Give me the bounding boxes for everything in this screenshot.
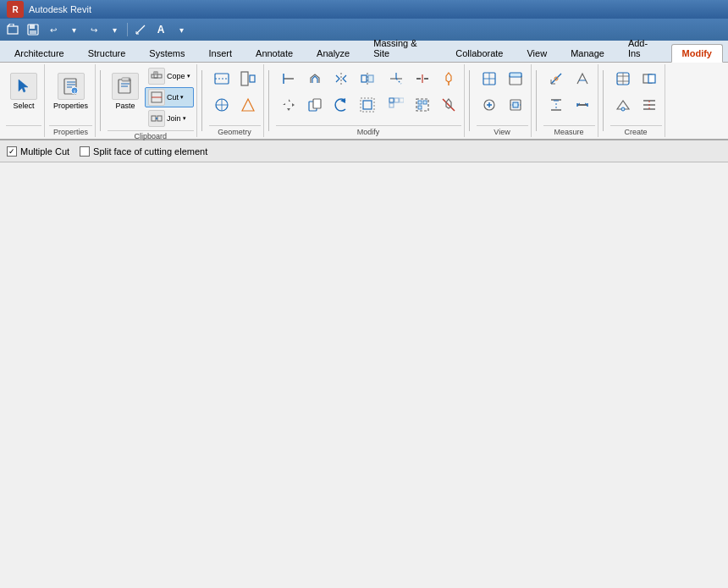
view-row1 bbox=[477, 66, 528, 91]
window-icon2 bbox=[505, 69, 526, 89]
cut-button[interactable]: Cut ▾ bbox=[145, 87, 194, 107]
geo-row2 bbox=[209, 92, 261, 118]
multiple-cut-checkbox[interactable] bbox=[7, 146, 17, 157]
group-button[interactable] bbox=[410, 92, 435, 118]
qat-open-btn[interactable] bbox=[3, 20, 22, 39]
modify-row2 bbox=[276, 92, 380, 118]
create-btn3[interactable] bbox=[610, 92, 636, 118]
create-btn1[interactable] bbox=[610, 66, 636, 91]
move-button[interactable] bbox=[276, 92, 301, 118]
tab-manage[interactable]: Manage bbox=[560, 44, 615, 62]
window-btn2[interactable] bbox=[503, 66, 528, 91]
pin-button[interactable] bbox=[436, 66, 461, 91]
align-button[interactable] bbox=[276, 66, 301, 91]
scale-icon bbox=[357, 95, 378, 115]
join-button[interactable]: Join ▾ bbox=[145, 108, 190, 129]
window-btn1[interactable] bbox=[477, 66, 502, 91]
array-icon bbox=[386, 95, 406, 115]
trim-icon bbox=[386, 69, 406, 89]
cope-dropdown-arrow: ▾ bbox=[187, 73, 190, 80]
array-button[interactable] bbox=[383, 92, 409, 118]
trim-extend-button[interactable] bbox=[383, 66, 409, 91]
geo-btn1[interactable] bbox=[209, 66, 234, 91]
scale-button[interactable] bbox=[355, 92, 380, 118]
join-icon bbox=[148, 110, 165, 127]
qat-separator-1 bbox=[127, 23, 128, 36]
tab-analyze[interactable]: Analyze bbox=[306, 44, 361, 62]
geo-btn2[interactable] bbox=[235, 66, 261, 91]
svg-rect-56 bbox=[423, 101, 427, 104]
split-face-checkbox[interactable] bbox=[80, 146, 90, 157]
divider-1 bbox=[100, 70, 101, 131]
create-row2 bbox=[610, 92, 662, 118]
qat-undo-btn[interactable]: ↩ bbox=[44, 20, 63, 39]
svg-rect-63 bbox=[510, 73, 521, 77]
qat-undo-dropdown[interactable]: ▾ bbox=[64, 20, 83, 39]
qat-redo-dropdown[interactable]: ▾ bbox=[105, 20, 124, 39]
view-btn3[interactable] bbox=[477, 92, 502, 118]
svg-rect-24 bbox=[157, 116, 162, 121]
measure-icon1 bbox=[546, 69, 566, 89]
properties-button[interactable]: i Properties bbox=[49, 66, 92, 117]
svg-rect-53 bbox=[389, 103, 394, 107]
qat-measure-btn[interactable] bbox=[131, 20, 150, 39]
tab-collaborate[interactable]: Collaborate bbox=[444, 44, 514, 62]
qat-settings-btn[interactable]: ▾ bbox=[172, 20, 190, 39]
pin-icon bbox=[438, 69, 459, 89]
measure-btn2[interactable] bbox=[570, 66, 595, 91]
qat-save-btn[interactable] bbox=[24, 20, 42, 39]
measure-btn4[interactable] bbox=[570, 92, 595, 118]
svg-line-71 bbox=[551, 74, 561, 84]
geo-icon1 bbox=[212, 69, 232, 89]
geo-col1 bbox=[209, 66, 261, 118]
view-btn4[interactable] bbox=[503, 92, 528, 118]
create-btn4[interactable] bbox=[637, 92, 662, 118]
offset-button[interactable] bbox=[302, 66, 328, 91]
select-label: Select bbox=[13, 102, 34, 110]
unpin-button[interactable] bbox=[436, 92, 461, 118]
panel-measure: Measure bbox=[541, 64, 598, 137]
tab-annotate[interactable]: Annotate bbox=[245, 44, 304, 62]
measure-icon2 bbox=[572, 69, 593, 89]
mirror-pick-icon bbox=[331, 69, 351, 89]
paste-button[interactable]: Paste bbox=[108, 66, 143, 117]
geo-icon3 bbox=[212, 95, 232, 115]
panel-label-modify: Modify bbox=[276, 125, 461, 137]
mirror-pick-button[interactable] bbox=[328, 66, 354, 91]
cope-icon bbox=[148, 68, 165, 85]
tab-modify[interactable]: Modify bbox=[671, 44, 723, 63]
split-icon bbox=[412, 69, 433, 89]
copy-button[interactable] bbox=[302, 92, 328, 118]
join-dropdown-arrow: ▾ bbox=[183, 115, 186, 122]
rotate-button[interactable] bbox=[328, 92, 354, 118]
measure-btn1[interactable] bbox=[543, 66, 569, 91]
measure-icon4 bbox=[572, 95, 593, 115]
panel-label-measure: Measure bbox=[543, 125, 595, 137]
svg-rect-57 bbox=[418, 106, 422, 109]
measure-btn3[interactable] bbox=[543, 92, 569, 118]
tab-structure[interactable]: Structure bbox=[77, 44, 137, 62]
create-icon1 bbox=[613, 69, 633, 89]
tab-massing[interactable]: Massing & Site bbox=[362, 34, 443, 62]
qat-redo-btn[interactable]: ↪ bbox=[85, 20, 103, 39]
modify-row4 bbox=[383, 92, 461, 118]
tab-view[interactable]: View bbox=[516, 44, 558, 62]
svg-rect-2 bbox=[30, 25, 35, 29]
qat-text-btn[interactable]: A bbox=[152, 20, 170, 39]
cope-button[interactable]: Cope ▾ bbox=[145, 66, 194, 86]
svg-rect-15 bbox=[122, 78, 129, 80]
split-elem-button[interactable] bbox=[410, 66, 435, 91]
geo-btn4[interactable] bbox=[235, 92, 261, 118]
create-btn2[interactable] bbox=[637, 66, 662, 91]
select-button[interactable]: Select bbox=[6, 66, 41, 117]
tab-addins[interactable]: Add-Ins bbox=[617, 34, 670, 62]
app-logo: R bbox=[7, 1, 24, 18]
tab-insert[interactable]: Insert bbox=[198, 44, 244, 62]
geo-btn3[interactable] bbox=[209, 92, 234, 118]
mirror-axis-button[interactable] bbox=[355, 66, 380, 91]
divider-2 bbox=[201, 70, 202, 131]
panel-create: Create bbox=[608, 64, 665, 137]
extra-btns-row: Join ▾ bbox=[145, 108, 194, 129]
tab-systems[interactable]: Systems bbox=[138, 44, 196, 62]
tab-architecture[interactable]: Architecture bbox=[3, 44, 75, 62]
